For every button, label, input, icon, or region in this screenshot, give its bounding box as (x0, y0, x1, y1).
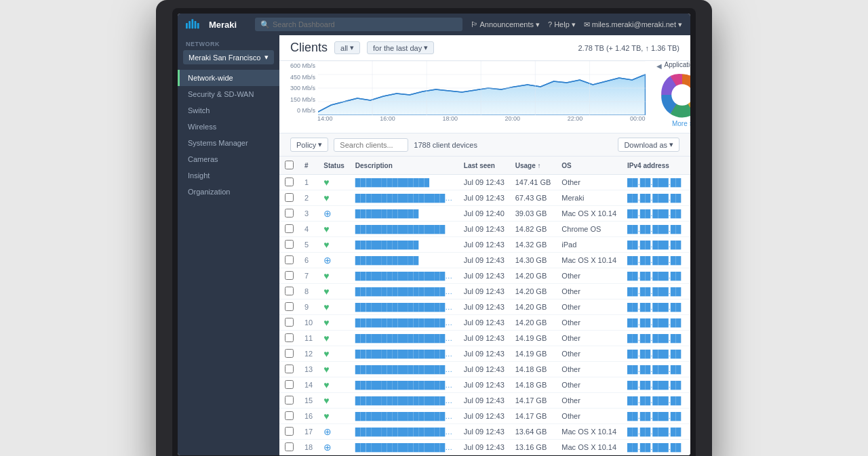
row-checkbox[interactable] (279, 393, 299, 409)
help-label: Help (554, 20, 570, 28)
row-policy: custom i (686, 222, 690, 237)
row-checkbox[interactable] (279, 237, 299, 253)
row-description[interactable]: ████████████████████ (350, 424, 458, 440)
table-row: 12 ♥ ████████████████████ Jul 09 12:43 1… (279, 346, 690, 362)
user-email: miles.meraki@meraki.net (592, 20, 676, 28)
row-checkbox[interactable] (279, 190, 299, 206)
row-ipv4: ██.██.███.██ (622, 237, 686, 253)
network-section-label: NETWORK (178, 35, 279, 50)
row-ipv4: ██.██.███.██ (622, 440, 686, 455)
status-header[interactable]: Status (318, 157, 350, 175)
os-header[interactable]: OS (556, 157, 622, 175)
sidebar-item-systems-manager[interactable]: Systems Manager (178, 135, 279, 151)
row-status: ♥ (318, 222, 350, 237)
title-row: Clients all ▾ for the last day ▾ (290, 41, 434, 55)
row-last-seen: Jul 09 12:43 (458, 424, 510, 440)
sidebar-item-organization[interactable]: Organization (178, 184, 279, 200)
row-description[interactable]: ████████████████████ (350, 190, 458, 206)
chevron-left-icon[interactable]: ◀ (656, 62, 662, 70)
row-description[interactable]: ████████████████████ (350, 393, 458, 409)
row-usage: 14.20 GB (510, 299, 557, 315)
row-num: 9 (299, 299, 318, 315)
row-checkbox[interactable] (279, 440, 299, 455)
row-description[interactable]: ████████████████████ (350, 346, 458, 362)
row-usage: 14.17 GB (510, 393, 557, 409)
filter-time-button[interactable]: for the last day ▾ (367, 41, 434, 54)
row-checkbox[interactable] (279, 377, 299, 393)
row-os: Other (556, 284, 622, 299)
row-description[interactable]: ████████████████████ (350, 377, 458, 393)
policy-filter-button[interactable]: Policy ▾ (290, 138, 328, 152)
last-seen-header[interactable]: Last seen (458, 157, 510, 175)
search-clients-input[interactable] (334, 138, 408, 152)
row-checkbox[interactable] (279, 268, 299, 284)
svg-rect-3 (195, 21, 197, 28)
row-description[interactable]: ████████████ (350, 206, 458, 222)
row-ipv4: ██.██.███.██ (622, 346, 686, 362)
select-all-header[interactable] (279, 157, 299, 175)
row-description[interactable]: ██████████████ (350, 175, 458, 190)
row-checkbox[interactable] (279, 331, 299, 346)
row-description[interactable]: ████████████████████ (350, 315, 458, 331)
row-checkbox[interactable] (279, 362, 299, 377)
announcements-button[interactable]: 🏳 Announcements ▾ (471, 20, 540, 29)
usage-header[interactable]: Usage ↑ (510, 157, 557, 175)
row-policy: normal (686, 206, 690, 222)
filter-all-button[interactable]: all ▾ (334, 41, 360, 54)
row-checkbox[interactable] (279, 175, 299, 190)
user-menu-button[interactable]: ✉ miles.meraki@meraki.net ▾ (584, 20, 682, 29)
row-checkbox[interactable] (279, 409, 299, 424)
policy-header[interactable]: Policy (686, 157, 690, 175)
row-description[interactable]: ████████████████████ (350, 362, 458, 377)
row-checkbox[interactable] (279, 206, 299, 222)
row-ipv4: ██.██.███.██ (622, 190, 686, 206)
row-description[interactable]: ████████████████████ (350, 440, 458, 455)
row-description[interactable]: ████████████████████ (350, 409, 458, 424)
sidebar-item-switch[interactable]: Switch (178, 102, 279, 119)
row-status: ⊕ (318, 206, 350, 222)
row-last-seen: Jul 09 12:43 (458, 222, 510, 237)
network-selector[interactable]: Meraki San Francisco ▾ (183, 50, 274, 64)
row-status: ♥ (318, 377, 350, 393)
row-policy: normal (686, 315, 690, 331)
row-checkbox[interactable] (279, 284, 299, 299)
row-checkbox[interactable] (279, 315, 299, 331)
row-last-seen: Jul 09 12:43 (458, 393, 510, 409)
row-num: 18 (299, 440, 318, 455)
row-description[interactable]: ████████████████████ (350, 331, 458, 346)
sidebar-nav: Network-wide Security & SD-WAN Switch Wi… (178, 70, 279, 200)
sidebar-item-wireless[interactable]: Wireless (178, 119, 279, 135)
row-description[interactable]: ████████████████████ (350, 284, 458, 299)
applications-title: Applications (665, 61, 690, 68)
select-all-checkbox[interactable] (285, 161, 294, 169)
row-checkbox[interactable] (279, 424, 299, 440)
row-description[interactable]: ████████████ (350, 237, 458, 253)
download-button[interactable]: Download as ▾ (618, 138, 679, 152)
row-checkbox[interactable] (279, 253, 299, 268)
client-count: 1788 client devices (414, 141, 612, 149)
row-num: 12 (299, 346, 318, 362)
sidebar-item-network-wide[interactable]: Network-wide (178, 70, 279, 86)
usage-summary: 2.78 TB (+ 1.42 TB, ↑ 1.36 TB) (578, 44, 680, 52)
row-description[interactable]: ████████████ (350, 253, 458, 268)
row-description[interactable]: █████████████████ (350, 222, 458, 237)
row-description[interactable]: ████████████████████ (350, 268, 458, 284)
row-last-seen: Jul 09 12:43 (458, 377, 510, 393)
row-checkbox[interactable] (279, 346, 299, 362)
row-last-seen: Jul 09 12:43 (458, 299, 510, 315)
table-row: 9 ♥ ████████████████████ Jul 09 12:43 14… (279, 299, 690, 315)
description-header[interactable]: Description (350, 157, 458, 175)
sidebar-item-security-sd-wan[interactable]: Security & SD-WAN (178, 86, 279, 102)
sidebar-item-cameras[interactable]: Cameras (178, 151, 279, 167)
row-checkbox[interactable] (279, 222, 299, 237)
ipv4-header[interactable]: IPv4 address (622, 157, 686, 175)
sidebar-item-insight[interactable]: Insight (178, 167, 279, 184)
row-status: ♥ (318, 175, 350, 190)
help-button[interactable]: ? Help ▾ (548, 20, 576, 29)
top-bar: Meraki 🔍 🏳 Announcements ▾ ? (178, 14, 690, 35)
row-description[interactable]: ████████████████████ (350, 299, 458, 315)
more-link[interactable]: More » (672, 120, 690, 127)
row-checkbox[interactable] (279, 299, 299, 315)
search-input[interactable] (273, 20, 457, 28)
search-bar[interactable]: 🔍 (255, 18, 462, 31)
